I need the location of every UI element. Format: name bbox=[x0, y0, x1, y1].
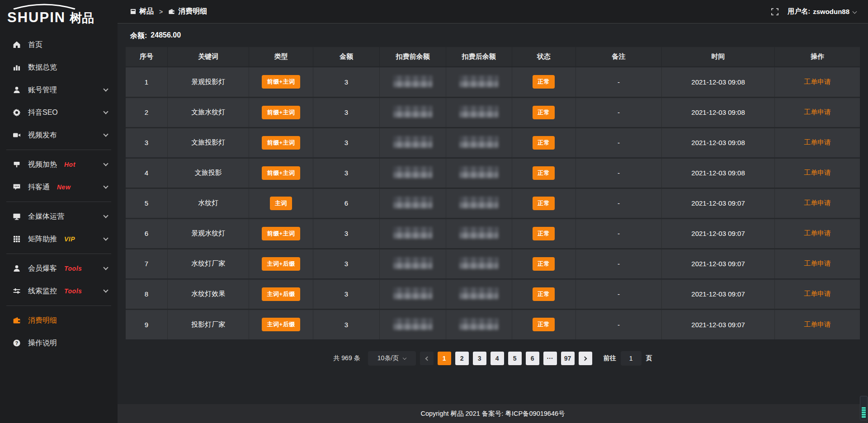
sidebar-item-douyin-seo[interactable]: 抖音SEO bbox=[0, 101, 118, 124]
logo-text-cn: 树品 bbox=[70, 10, 94, 26]
breadcrumb-current[interactable]: 消费明细 bbox=[168, 7, 207, 16]
brand-logo[interactable]: SHUPIN 树品 bbox=[0, 0, 118, 27]
amount-cell: 3 bbox=[313, 97, 380, 127]
note-cell: - bbox=[576, 97, 661, 127]
balance-before-redacted bbox=[393, 257, 432, 269]
sidebar-item-label: 抖客通 bbox=[28, 183, 50, 192]
svg-text:?: ? bbox=[15, 340, 18, 346]
sidebar-item-label: 账号管理 bbox=[28, 85, 57, 95]
column-header: 时间 bbox=[661, 47, 774, 67]
page-button-97[interactable]: 97 bbox=[561, 352, 575, 365]
breadcrumb-root[interactable]: 树品 bbox=[130, 7, 154, 16]
sidebar-item-all-media[interactable]: 全媒体运营 bbox=[0, 205, 118, 228]
type-badge: 前缀+主词 bbox=[262, 227, 300, 240]
chevron-down-icon bbox=[103, 213, 108, 218]
main-area: 树品 > 消费明细 用户名: zswodun88 bbox=[118, 0, 868, 423]
chevron-left-icon bbox=[425, 356, 429, 361]
ticket-request-link[interactable]: 工单申请 bbox=[804, 138, 831, 146]
sidebar-item-label: 线索监控 bbox=[28, 287, 57, 296]
sidebar-item-instructions[interactable]: ? 操作说明 bbox=[0, 332, 118, 354]
chevron-down-icon bbox=[103, 86, 108, 91]
sidebar-item-home[interactable]: 首页 bbox=[0, 33, 118, 56]
content: 余额: 24856.00 序号 关键词 类型 金额 扣费前余额 扣费 bbox=[118, 24, 868, 404]
row-index: 7 bbox=[126, 249, 168, 279]
breadcrumb: 树品 > 消费明细 bbox=[130, 7, 207, 16]
prev-page-button[interactable] bbox=[420, 352, 434, 365]
ticket-request-link[interactable]: 工单申请 bbox=[804, 259, 831, 267]
column-header: 状态 bbox=[512, 47, 576, 67]
page-button-6[interactable]: 6 bbox=[526, 352, 539, 365]
user-area: 用户名: zswodun88 bbox=[771, 7, 856, 16]
sidebar-item-data-overview[interactable]: 数据总览 bbox=[0, 56, 118, 79]
status-badge: 正常 bbox=[533, 287, 555, 301]
sidebar-divider bbox=[6, 150, 111, 150]
sidebar-item-matrix-boost[interactable]: 矩阵助推 VIP bbox=[0, 228, 118, 250]
row-index: 9 bbox=[126, 309, 168, 339]
next-page-button[interactable] bbox=[579, 352, 592, 365]
amount-cell: 3 bbox=[313, 249, 380, 279]
row-index: 6 bbox=[126, 218, 168, 249]
question-circle-icon: ? bbox=[12, 339, 21, 347]
wallet-icon bbox=[12, 316, 21, 324]
corner-widget[interactable] bbox=[860, 396, 868, 420]
page-button-3[interactable]: 3 bbox=[473, 352, 486, 365]
column-header: 扣费后余额 bbox=[446, 47, 512, 67]
note-cell: - bbox=[576, 218, 661, 249]
page-size-select[interactable]: 10条/页 bbox=[368, 351, 416, 366]
chevron-down-icon bbox=[103, 183, 108, 188]
ticket-request-link[interactable]: 工单申请 bbox=[804, 199, 831, 207]
type-badge: 前缀+主词 bbox=[262, 136, 300, 150]
breadcrumb-separator: > bbox=[159, 8, 163, 15]
sidebar-item-label: 数据总览 bbox=[28, 63, 57, 72]
time-cell: 2021-12-03 09:08 bbox=[661, 127, 774, 158]
username-value: zswodun88 bbox=[813, 8, 849, 15]
ticket-request-link[interactable]: 工单申请 bbox=[804, 78, 831, 85]
ticket-request-link[interactable]: 工单申请 bbox=[804, 290, 831, 297]
page-button-1[interactable]: 1 bbox=[438, 352, 451, 365]
goto-page-input[interactable] bbox=[621, 351, 642, 366]
status-badge: 正常 bbox=[533, 75, 555, 89]
ticket-request-link[interactable]: 工单申请 bbox=[804, 169, 831, 176]
ticket-request-link[interactable]: 工单申请 bbox=[804, 229, 831, 237]
sidebar-item-account-management[interactable]: 账号管理 bbox=[0, 79, 118, 101]
sidebar-divider bbox=[6, 254, 111, 254]
balance-after-redacted bbox=[459, 287, 498, 299]
page-button-2[interactable]: 2 bbox=[455, 352, 469, 365]
sidebar-item-label: 操作说明 bbox=[28, 338, 57, 348]
sidebar-item-label: 消费明细 bbox=[28, 316, 57, 325]
sidebar-item-lead-monitor[interactable]: 线索监控 Tools bbox=[0, 280, 118, 302]
sidebar-item-douketong[interactable]: 抖客通 New bbox=[0, 176, 118, 198]
balance-before-redacted bbox=[393, 318, 432, 330]
status-badge: 正常 bbox=[533, 227, 555, 240]
user-menu[interactable]: 用户名: zswodun88 bbox=[788, 7, 856, 16]
sidebar-item-video-publish[interactable]: 视频发布 bbox=[0, 124, 118, 146]
column-header: 金额 bbox=[313, 47, 380, 67]
table-row: 8 水纹灯效果 主词+后缀 3 正常 - 2021-12-03 09:07 工单… bbox=[126, 279, 860, 309]
sidebar-item-member-burst[interactable]: 会员爆客 Tools bbox=[0, 257, 118, 280]
sidebar-item-video-heat[interactable]: 视频加热 Hot bbox=[0, 153, 118, 176]
balance: 余额: 24856.00 bbox=[130, 31, 860, 41]
ticket-request-link[interactable]: 工单申请 bbox=[804, 108, 831, 116]
sidebar-item-consumption-detail[interactable]: 消费明细 bbox=[0, 309, 118, 332]
ticket-request-link[interactable]: 工单申请 bbox=[804, 320, 831, 328]
consumption-table: 序号 关键词 类型 金额 扣费前余额 扣费后余额 状态 备注 时间 操作 1 bbox=[126, 47, 860, 339]
table-row: 3 文旅投影灯 前缀+主词 3 正常 - 2021-12-03 09:08 工单… bbox=[126, 127, 860, 158]
note-cell: - bbox=[576, 127, 661, 158]
monitor-icon bbox=[12, 212, 21, 221]
type-badge: 前缀+主词 bbox=[262, 106, 300, 119]
keyword-cell: 水纹灯效果 bbox=[168, 279, 249, 309]
fullscreen-icon[interactable] bbox=[771, 8, 778, 15]
corner-widget-stripes bbox=[862, 407, 866, 418]
more-pages-button[interactable]: ··· bbox=[543, 352, 557, 365]
column-header: 序号 bbox=[126, 47, 168, 67]
app-window-icon bbox=[130, 9, 136, 14]
page-button-4[interactable]: 4 bbox=[491, 352, 504, 365]
sidebar-item-label: 视频加热 bbox=[28, 160, 57, 169]
balance-after-redacted bbox=[459, 197, 498, 208]
footer: Copyright 树品 2021 备案号: 粤ICP备09019646号 bbox=[118, 404, 868, 423]
keyword-cell: 景观水纹灯 bbox=[168, 218, 249, 249]
status-badge: 正常 bbox=[533, 136, 555, 150]
page-button-5[interactable]: 5 bbox=[508, 352, 522, 365]
type-badge: 前缀+主词 bbox=[262, 75, 300, 89]
row-index: 3 bbox=[126, 127, 168, 158]
